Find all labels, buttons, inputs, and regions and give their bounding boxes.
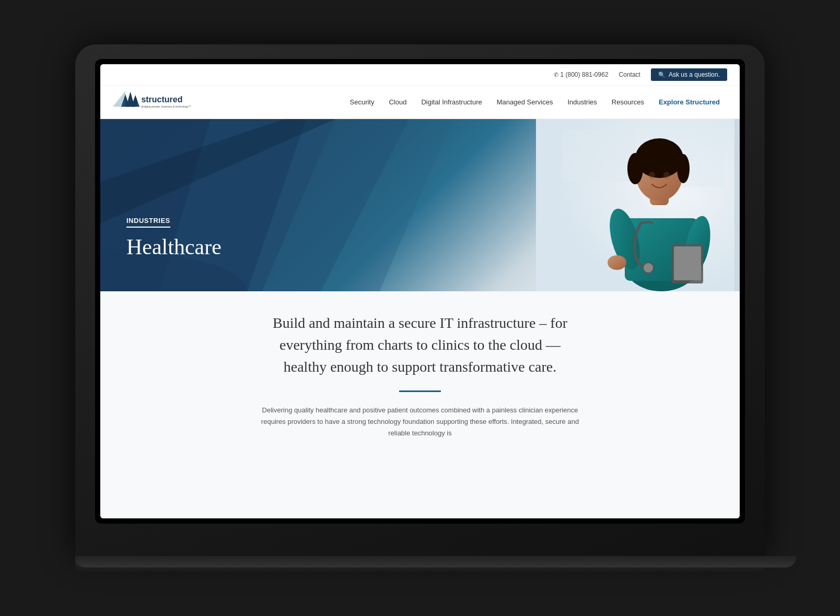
section-divider bbox=[399, 390, 441, 392]
nav-item-security[interactable]: Security bbox=[343, 94, 382, 110]
svg-rect-22 bbox=[674, 246, 701, 280]
hero-section: Industries Healthcare bbox=[100, 119, 740, 291]
main-header: structured bridging people, business & t… bbox=[100, 86, 740, 119]
svg-point-28 bbox=[677, 154, 690, 183]
contact-link[interactable]: Contact bbox=[619, 71, 640, 78]
hero-nurse-image bbox=[388, 119, 740, 291]
nav-item-resources[interactable]: Resources bbox=[604, 94, 651, 110]
top-utility-bar: 1 (800) 881-0962 Contact Ask us a questi… bbox=[100, 64, 740, 86]
hero-content: Industries Healthcare bbox=[126, 216, 221, 260]
nav-item-digital-infrastructure[interactable]: Digital Infrastructure bbox=[414, 94, 489, 110]
phone-text: 1 (800) 881-0962 bbox=[561, 71, 609, 78]
svg-rect-13 bbox=[562, 129, 635, 182]
logo-area[interactable]: structured bridging people, business & t… bbox=[113, 89, 196, 115]
svg-point-23 bbox=[643, 263, 654, 273]
laptop-frame: 1 (800) 881-0962 Contact Ask us a questi… bbox=[75, 44, 765, 556]
svg-point-29 bbox=[649, 172, 655, 179]
screen: 1 (800) 881-0962 Contact Ask us a questi… bbox=[100, 64, 740, 518]
nav-item-cloud[interactable]: Cloud bbox=[381, 94, 414, 110]
laptop-base bbox=[75, 556, 796, 567]
svg-point-19 bbox=[608, 255, 626, 270]
logo-svg: structured bridging people, business & t… bbox=[113, 89, 196, 115]
nav-item-industries[interactable]: Industries bbox=[560, 94, 604, 110]
tagline-text: Build and maintain a secure IT infrastru… bbox=[269, 312, 571, 378]
screen-bezel: 1 (800) 881-0962 Contact Ask us a questi… bbox=[95, 59, 745, 524]
phone-number[interactable]: 1 (800) 881-0962 bbox=[554, 71, 609, 78]
svg-point-30 bbox=[663, 172, 670, 179]
search-label: Ask us a question. bbox=[669, 71, 720, 78]
phone-icon bbox=[554, 71, 558, 78]
svg-text:structured: structured bbox=[141, 95, 182, 104]
svg-marker-3 bbox=[113, 91, 125, 106]
main-nav: Security Cloud Digital Infrastructure Ma… bbox=[343, 94, 727, 110]
laptop-bottom-bezel bbox=[75, 556, 765, 572]
search-icon bbox=[658, 71, 666, 78]
main-content-section: Build and maintain a secure IT infrastru… bbox=[100, 291, 740, 518]
search-bar[interactable]: Ask us a question. bbox=[651, 68, 727, 81]
description-text: Delivering quality healthcare and positi… bbox=[258, 405, 582, 439]
nav-item-explore[interactable]: Explore Structured bbox=[651, 94, 727, 110]
svg-text:bridging people, business & te: bridging people, business & technology™ bbox=[141, 105, 191, 108]
nav-item-managed-services[interactable]: Managed Services bbox=[489, 94, 561, 110]
hero-title: Healthcare bbox=[126, 234, 221, 260]
svg-point-27 bbox=[627, 153, 643, 184]
hero-breadcrumb[interactable]: Industries bbox=[126, 217, 170, 228]
